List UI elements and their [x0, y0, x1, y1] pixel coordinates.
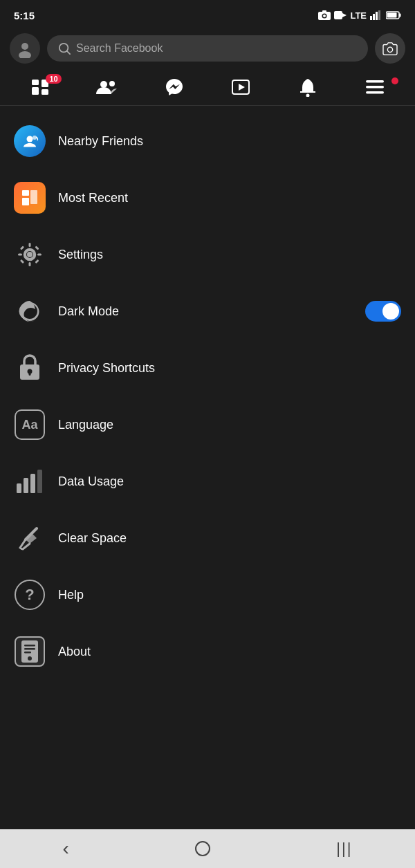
nav-notifications[interactable] — [275, 73, 342, 101]
privacy-shortcuts-label: Privacy Shortcuts — [58, 361, 401, 376]
watch-icon — [231, 79, 250, 95]
svg-rect-33 — [22, 198, 29, 205]
clear-space-icon-container — [14, 522, 46, 554]
toggle-thumb — [382, 303, 399, 320]
lte-label: LTE — [350, 10, 367, 21]
menu-item-about[interactable]: About — [0, 623, 415, 680]
status-time: 5:15 — [14, 10, 35, 21]
svg-point-56 — [28, 656, 32, 661]
menu-item-nearby-friends[interactable]: Nearby Friends — [0, 113, 415, 169]
svg-rect-55 — [24, 652, 31, 654]
status-icons: LTE — [318, 10, 401, 21]
dark-mode-icon — [17, 298, 43, 324]
svg-rect-42 — [35, 246, 39, 250]
language-icon-container: Aa — [14, 409, 46, 441]
help-icon-text: ? — [25, 586, 34, 604]
menu-list: Nearby Friends Most Recent — [0, 106, 415, 829]
data-usage-icon-container — [14, 465, 46, 497]
signal-icon — [370, 10, 382, 20]
svg-rect-48 — [17, 483, 21, 493]
menu-item-most-recent[interactable]: Most Recent — [0, 169, 415, 226]
svg-rect-9 — [378, 10, 380, 20]
svg-rect-27 — [366, 80, 384, 83]
status-bar: 5:15 LTE — [0, 0, 415, 28]
nav-menu[interactable] — [341, 76, 408, 98]
data-usage-label: Data Usage — [58, 474, 401, 489]
home-button[interactable] — [178, 835, 228, 862]
svg-marker-25 — [239, 84, 245, 91]
svg-rect-53 — [24, 645, 35, 647]
svg-rect-29 — [366, 91, 384, 94]
svg-rect-4 — [334, 11, 342, 19]
messenger-icon — [165, 77, 184, 97]
data-usage-icon — [15, 468, 44, 495]
svg-point-26 — [306, 94, 310, 98]
about-icon-container — [14, 636, 46, 667]
svg-rect-38 — [29, 262, 31, 266]
language-icon: Aa — [15, 409, 45, 440]
camera-button[interactable] — [375, 33, 405, 64]
nearby-svg — [21, 132, 39, 150]
help-icon-container: ? — [14, 579, 46, 611]
search-bar[interactable]: Search Facebook — [47, 35, 368, 62]
privacy-icon — [17, 353, 43, 382]
most-recent-label: Most Recent — [58, 191, 401, 205]
settings-icon — [15, 239, 45, 270]
svg-point-57 — [196, 842, 210, 856]
svg-rect-12 — [399, 14, 401, 17]
nav-messenger[interactable] — [140, 73, 208, 101]
nav-feed[interactable]: 10 — [7, 74, 74, 100]
menu-item-settings[interactable]: Settings — [0, 226, 415, 283]
help-icon: ? — [15, 580, 45, 610]
svg-line-16 — [67, 51, 71, 55]
menu-item-help[interactable]: ? Help — [0, 566, 415, 623]
svg-point-36 — [27, 252, 33, 257]
nav-watch[interactable] — [208, 75, 275, 100]
language-label: Language — [58, 418, 401, 432]
about-svg — [20, 640, 39, 663]
video-icon — [334, 10, 347, 20]
svg-rect-28 — [366, 86, 384, 89]
svg-point-31 — [33, 136, 37, 140]
svg-rect-50 — [30, 474, 35, 493]
svg-rect-3 — [322, 10, 326, 12]
svg-point-23 — [109, 81, 115, 86]
dark-mode-toggle[interactable] — [365, 301, 401, 322]
avatar-icon — [15, 39, 35, 58]
settings-icon-container — [14, 239, 46, 270]
home-circle-icon — [194, 840, 211, 857]
about-label: About — [58, 645, 401, 659]
svg-rect-18 — [32, 80, 39, 85]
menu-item-dark-mode[interactable]: Dark Mode — [0, 283, 415, 340]
back-button[interactable]: ‹ — [46, 832, 86, 865]
svg-rect-41 — [20, 246, 24, 250]
svg-rect-32 — [22, 190, 29, 196]
menu-item-clear-space[interactable]: Clear Space — [0, 510, 415, 566]
friends-icon — [96, 79, 118, 95]
search-placeholder: Search Facebook — [76, 42, 163, 55]
svg-rect-19 — [32, 87, 39, 95]
menu-item-privacy-shortcuts[interactable]: Privacy Shortcuts — [0, 340, 415, 396]
feed-badge: 10 — [46, 74, 61, 84]
settings-label: Settings — [58, 248, 401, 262]
clear-space-icon — [16, 524, 44, 552]
svg-rect-6 — [370, 16, 372, 20]
svg-point-14 — [19, 51, 31, 58]
profile-avatar[interactable] — [10, 33, 40, 64]
dark-mode-icon-container — [14, 295, 46, 327]
recents-button[interactable]: ||| — [320, 834, 369, 863]
svg-rect-39 — [18, 254, 22, 256]
clear-space-label: Clear Space — [58, 531, 401, 546]
menu-item-language[interactable]: Aa Language — [0, 396, 415, 453]
svg-rect-47 — [29, 371, 31, 376]
svg-point-2 — [323, 15, 326, 17]
menu-item-data-usage[interactable]: Data Usage — [0, 453, 415, 510]
nav-bar: 10 — [0, 69, 415, 106]
svg-rect-49 — [24, 478, 28, 493]
language-icon-text: Aa — [21, 418, 37, 432]
camera-icon — [382, 41, 398, 55]
svg-rect-11 — [387, 13, 397, 18]
photo-icon — [318, 10, 331, 20]
dark-mode-label: Dark Mode — [58, 304, 353, 319]
nav-friends[interactable] — [74, 75, 141, 100]
